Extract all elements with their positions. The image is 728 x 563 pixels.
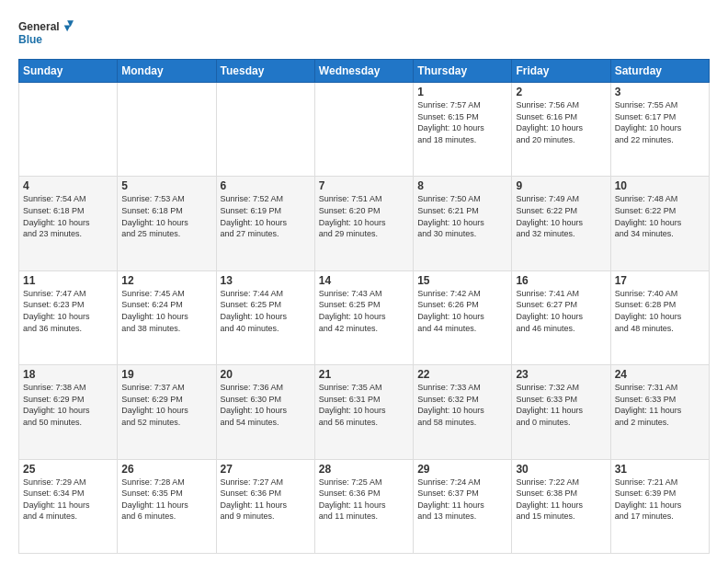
day-info: Sunrise: 7:36 AM Sunset: 6:30 PM Dayligh… (221, 382, 311, 428)
day-number: 28 (319, 463, 409, 476)
day-info: Sunrise: 7:50 AM Sunset: 6:21 PM Dayligh… (417, 193, 507, 239)
calendar-cell: 7Sunrise: 7:51 AM Sunset: 6:20 PM Daylig… (314, 177, 413, 270)
calendar-cell: 19Sunrise: 7:37 AM Sunset: 6:29 PM Dayli… (118, 365, 216, 459)
calendar-cell: 17Sunrise: 7:40 AM Sunset: 6:28 PM Dayli… (610, 270, 709, 364)
day-number: 12 (121, 274, 211, 287)
calendar-table: SundayMondayTuesdayWednesdayThursdayFrid… (18, 59, 710, 554)
day-number: 24 (615, 368, 705, 381)
calendar-cell: 21Sunrise: 7:35 AM Sunset: 6:31 PM Dayli… (314, 365, 413, 459)
day-info: Sunrise: 7:49 AM Sunset: 6:22 PM Dayligh… (516, 193, 606, 239)
day-number: 31 (615, 463, 705, 476)
day-info: Sunrise: 7:40 AM Sunset: 6:28 PM Dayligh… (615, 288, 705, 334)
day-info: Sunrise: 7:47 AM Sunset: 6:23 PM Dayligh… (23, 288, 113, 334)
calendar-cell: 4Sunrise: 7:54 AM Sunset: 6:18 PM Daylig… (19, 177, 118, 270)
calendar-cell: 1Sunrise: 7:57 AM Sunset: 6:15 PM Daylig… (414, 83, 512, 177)
day-info: Sunrise: 7:53 AM Sunset: 6:18 PM Dayligh… (121, 193, 211, 239)
day-number: 3 (615, 86, 705, 98)
day-number: 20 (221, 368, 311, 381)
day-info: Sunrise: 7:32 AM Sunset: 6:33 PM Dayligh… (516, 382, 606, 428)
calendar-cell (314, 83, 413, 177)
calendar-cell: 15Sunrise: 7:42 AM Sunset: 6:26 PM Dayli… (414, 270, 512, 364)
calendar-cell: 8Sunrise: 7:50 AM Sunset: 6:21 PM Daylig… (414, 177, 512, 270)
calendar-cell: 24Sunrise: 7:31 AM Sunset: 6:33 PM Dayli… (610, 365, 709, 459)
day-number: 6 (221, 179, 311, 192)
calendar-cell: 26Sunrise: 7:28 AM Sunset: 6:35 PM Dayli… (118, 459, 216, 553)
calendar-cell: 20Sunrise: 7:36 AM Sunset: 6:30 PM Dayli… (216, 365, 314, 459)
day-info: Sunrise: 7:33 AM Sunset: 6:32 PM Dayligh… (417, 382, 507, 428)
header-thursday: Thursday (414, 60, 512, 83)
day-info: Sunrise: 7:21 AM Sunset: 6:39 PM Dayligh… (615, 477, 705, 523)
calendar-cell: 28Sunrise: 7:25 AM Sunset: 6:36 PM Dayli… (314, 459, 413, 553)
day-number: 10 (615, 179, 705, 192)
day-number: 30 (516, 463, 606, 476)
day-info: Sunrise: 7:51 AM Sunset: 6:20 PM Dayligh… (319, 193, 409, 239)
day-info: Sunrise: 7:38 AM Sunset: 6:29 PM Dayligh… (23, 382, 113, 428)
day-number: 21 (319, 368, 409, 381)
calendar-cell: 27Sunrise: 7:27 AM Sunset: 6:36 PM Dayli… (216, 459, 314, 553)
logo-svg: General Blue (18, 15, 74, 52)
day-info: Sunrise: 7:27 AM Sunset: 6:36 PM Dayligh… (221, 477, 311, 523)
calendar-cell: 5Sunrise: 7:53 AM Sunset: 6:18 PM Daylig… (118, 177, 216, 270)
day-info: Sunrise: 7:42 AM Sunset: 6:26 PM Dayligh… (417, 288, 507, 334)
day-info: Sunrise: 7:52 AM Sunset: 6:19 PM Dayligh… (221, 193, 311, 239)
day-info: Sunrise: 7:48 AM Sunset: 6:22 PM Dayligh… (615, 193, 705, 239)
calendar-cell: 29Sunrise: 7:24 AM Sunset: 6:37 PM Dayli… (414, 459, 512, 553)
calendar-cell: 13Sunrise: 7:44 AM Sunset: 6:25 PM Dayli… (216, 270, 314, 364)
calendar-cell (118, 83, 216, 177)
calendar-cell (19, 83, 118, 177)
day-number: 16 (516, 274, 606, 287)
week-row-1: 1Sunrise: 7:57 AM Sunset: 6:15 PM Daylig… (19, 83, 710, 177)
calendar-cell: 2Sunrise: 7:56 AM Sunset: 6:16 PM Daylig… (512, 83, 610, 177)
day-number: 11 (23, 274, 113, 287)
week-row-3: 11Sunrise: 7:47 AM Sunset: 6:23 PM Dayli… (19, 270, 710, 364)
day-number: 7 (319, 179, 409, 192)
calendar-cell: 3Sunrise: 7:55 AM Sunset: 6:17 PM Daylig… (610, 83, 709, 177)
day-number: 17 (615, 274, 705, 287)
calendar-cell: 22Sunrise: 7:33 AM Sunset: 6:32 PM Dayli… (414, 365, 512, 459)
calendar-cell: 31Sunrise: 7:21 AM Sunset: 6:39 PM Dayli… (610, 459, 709, 553)
day-info: Sunrise: 7:54 AM Sunset: 6:18 PM Dayligh… (23, 193, 113, 239)
day-info: Sunrise: 7:57 AM Sunset: 6:15 PM Dayligh… (417, 99, 507, 145)
week-row-2: 4Sunrise: 7:54 AM Sunset: 6:18 PM Daylig… (19, 177, 710, 270)
day-number: 15 (417, 274, 507, 287)
week-row-4: 18Sunrise: 7:38 AM Sunset: 6:29 PM Dayli… (19, 365, 710, 459)
day-info: Sunrise: 7:55 AM Sunset: 6:17 PM Dayligh… (615, 99, 705, 145)
day-number: 14 (319, 274, 409, 287)
logo: General Blue (18, 15, 74, 52)
day-info: Sunrise: 7:43 AM Sunset: 6:25 PM Dayligh… (319, 288, 409, 334)
day-number: 1 (417, 86, 507, 98)
calendar-cell: 23Sunrise: 7:32 AM Sunset: 6:33 PM Dayli… (512, 365, 610, 459)
calendar-header-row: SundayMondayTuesdayWednesdayThursdayFrid… (19, 60, 710, 83)
week-row-5: 25Sunrise: 7:29 AM Sunset: 6:34 PM Dayli… (19, 459, 710, 553)
calendar-cell: 16Sunrise: 7:41 AM Sunset: 6:27 PM Dayli… (512, 270, 610, 364)
calendar-cell: 10Sunrise: 7:48 AM Sunset: 6:22 PM Dayli… (610, 177, 709, 270)
day-info: Sunrise: 7:37 AM Sunset: 6:29 PM Dayligh… (121, 382, 211, 428)
svg-marker-3 (64, 25, 71, 31)
svg-text:General: General (18, 20, 60, 33)
calendar-cell: 11Sunrise: 7:47 AM Sunset: 6:23 PM Dayli… (19, 270, 118, 364)
page: General Blue SundayMondayTuesdayWednesda… (0, 0, 728, 563)
header-sunday: Sunday (19, 60, 118, 83)
day-info: Sunrise: 7:35 AM Sunset: 6:31 PM Dayligh… (319, 382, 409, 428)
day-info: Sunrise: 7:22 AM Sunset: 6:38 PM Dayligh… (516, 477, 606, 523)
day-number: 18 (23, 368, 113, 381)
day-number: 19 (121, 368, 211, 381)
day-info: Sunrise: 7:45 AM Sunset: 6:24 PM Dayligh… (121, 288, 211, 334)
day-number: 4 (23, 179, 113, 192)
header-friday: Friday (512, 60, 610, 83)
day-number: 23 (516, 368, 606, 381)
day-number: 27 (221, 463, 311, 476)
calendar-cell (216, 83, 314, 177)
day-info: Sunrise: 7:24 AM Sunset: 6:37 PM Dayligh… (417, 477, 507, 523)
day-number: 22 (417, 368, 507, 381)
day-number: 13 (221, 274, 311, 287)
header-saturday: Saturday (610, 60, 709, 83)
day-number: 29 (417, 463, 507, 476)
day-number: 8 (417, 179, 507, 192)
header-monday: Monday (118, 60, 216, 83)
header-tuesday: Tuesday (216, 60, 314, 83)
day-info: Sunrise: 7:25 AM Sunset: 6:36 PM Dayligh… (319, 477, 409, 523)
day-number: 2 (516, 86, 606, 98)
day-number: 5 (121, 179, 211, 192)
calendar-cell: 14Sunrise: 7:43 AM Sunset: 6:25 PM Dayli… (314, 270, 413, 364)
